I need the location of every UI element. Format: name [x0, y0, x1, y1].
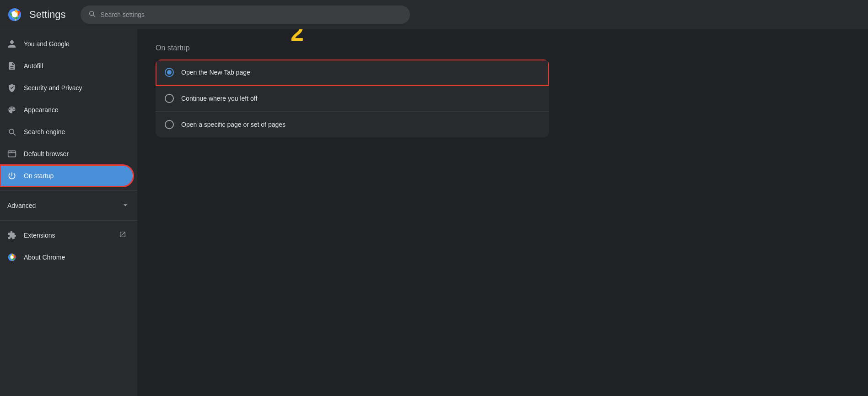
palette-icon	[7, 105, 16, 114]
external-link-icon	[119, 231, 126, 240]
chrome-icon	[7, 253, 16, 262]
main-layout: You and Google Autofill Security and Pri…	[0, 29, 868, 396]
option-specific-page-label: Open a specific page or set of pages	[181, 121, 286, 128]
sidebar-advanced-label: Advanced	[7, 202, 36, 209]
sidebar-item-search-engine[interactable]: Search engine	[0, 121, 134, 143]
option-continue[interactable]: Continue where you left off	[156, 86, 549, 112]
radio-new-tab[interactable]	[165, 68, 174, 77]
chevron-down-icon	[121, 201, 130, 211]
search-bar[interactable]	[81, 5, 410, 24]
page-title: Settings	[29, 9, 66, 21]
svg-point-9	[11, 256, 14, 259]
shield-icon	[7, 83, 16, 92]
sidebar-about-chrome-label: About Chrome	[24, 254, 65, 261]
option-new-tab-label: Open the New Tab page	[181, 69, 250, 76]
extensions-icon	[7, 231, 16, 240]
svg-point-2	[12, 12, 17, 17]
sidebar-item-default-browser-label: Default browser	[24, 150, 69, 157]
person-icon	[7, 39, 16, 49]
browser-icon	[7, 149, 16, 158]
sidebar: You and Google Autofill Security and Pri…	[0, 29, 137, 396]
autofill-icon	[7, 61, 16, 71]
sidebar-item-extensions[interactable]: Extensions	[0, 224, 134, 246]
content-area: On startup 2 Open the New Tab page Conti…	[137, 29, 868, 396]
sidebar-item-you-and-google-label: You and Google	[24, 40, 70, 48]
radio-continue[interactable]	[165, 94, 174, 103]
sidebar-item-security-privacy[interactable]: Security and Privacy	[0, 77, 134, 99]
app-header: Settings	[0, 0, 868, 29]
radio-new-tab-inner	[167, 70, 172, 75]
sidebar-item-on-startup[interactable]: On startup 1	[0, 165, 134, 187]
sidebar-advanced-section[interactable]: Advanced	[0, 195, 137, 217]
section-title: On startup	[156, 44, 190, 52]
sidebar-item-on-startup-label: On startup	[24, 172, 54, 179]
annotation-2: 2	[291, 29, 304, 46]
content-header: On startup 2	[156, 44, 850, 52]
sidebar-item-appearance-label: Appearance	[24, 106, 59, 114]
radio-specific-page[interactable]	[165, 120, 174, 129]
search-input[interactable]	[101, 11, 403, 18]
sidebar-item-about-chrome[interactable]: About Chrome	[0, 246, 134, 268]
sidebar-item-autofill-label: Autofill	[24, 62, 43, 70]
sidebar-item-default-browser[interactable]: Default browser	[0, 143, 134, 165]
sidebar-item-appearance[interactable]: Appearance	[0, 99, 134, 121]
sidebar-item-you-and-google[interactable]: You and Google	[0, 33, 134, 55]
sidebar-divider-2	[0, 220, 137, 221]
option-continue-label: Continue where you left off	[181, 95, 257, 102]
search-engine-icon	[7, 127, 16, 136]
sidebar-item-security-label: Security and Privacy	[24, 84, 82, 92]
sidebar-item-search-engine-label: Search engine	[24, 128, 65, 136]
option-new-tab[interactable]: Open the New Tab page	[156, 60, 549, 86]
sidebar-extensions-label: Extensions	[24, 232, 55, 239]
power-icon	[7, 171, 16, 180]
option-specific-page[interactable]: Open a specific page or set of pages	[156, 112, 549, 137]
startup-options-card: Open the New Tab page Continue where you…	[156, 60, 549, 137]
chrome-logo	[7, 7, 22, 22]
sidebar-divider	[0, 190, 137, 191]
search-icon	[88, 10, 96, 19]
sidebar-item-autofill[interactable]: Autofill	[0, 55, 134, 77]
